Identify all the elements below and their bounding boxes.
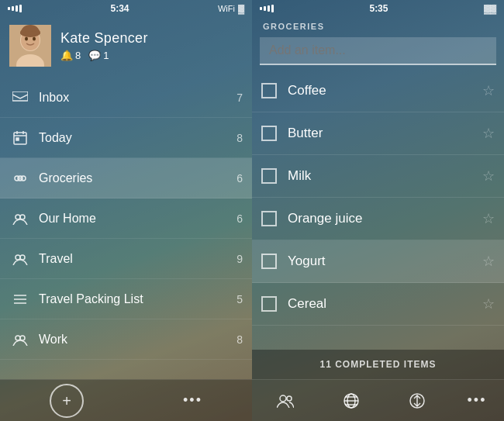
signal-bar-3 — [16, 5, 18, 12]
signal-bar-1 — [8, 7, 10, 10]
checkbox-orange-juice[interactable] — [261, 211, 277, 226]
today-label: Today — [39, 131, 236, 145]
svg-rect-12 — [16, 138, 19, 140]
grocery-label-cereal: Cereal — [288, 296, 482, 312]
grocery-label-orange-juice: Orange juice — [288, 211, 482, 226]
inbox-count: 7 — [236, 91, 243, 104]
today-icon — [9, 131, 31, 145]
star-milk[interactable]: ☆ — [482, 167, 495, 185]
checkbox-cereal[interactable] — [261, 296, 277, 312]
profile-info: Kate Spencer 🔔 8 💬 1 — [60, 30, 148, 61]
work-label: Work — [39, 333, 236, 347]
checkbox-yogurt[interactable] — [261, 254, 277, 269]
wifi-icon: WiFi — [218, 4, 235, 13]
battery-icon-left: ▓ — [238, 4, 244, 13]
sidebar-item-travel[interactable]: Travel 9 — [0, 239, 252, 279]
work-icon — [9, 333, 31, 346]
add-item-input[interactable] — [260, 37, 496, 65]
grocery-label-milk: Milk — [288, 168, 482, 184]
travel-packing-label: Travel Packing List — [39, 292, 236, 306]
more-button-left[interactable]: ••• — [183, 392, 202, 409]
signal-left — [8, 5, 22, 12]
bell-icon: 🔔 — [60, 50, 73, 61]
profile-badges: 🔔 8 💬 1 — [60, 50, 148, 61]
battery-status-icon: ▓▓ — [484, 4, 496, 13]
travel-icon — [9, 253, 31, 265]
grocery-item-milk[interactable]: Milk ☆ — [252, 155, 504, 198]
our-home-label: Our Home — [39, 212, 236, 226]
our-home-icon — [9, 212, 31, 225]
avatar — [9, 25, 51, 67]
star-butter[interactable]: ☆ — [482, 125, 495, 142]
svg-point-5 — [33, 37, 36, 41]
inbox-label: Inbox — [39, 91, 236, 105]
sidebar-item-work[interactable]: Work 8 — [0, 319, 252, 360]
svg-point-27 — [280, 395, 286, 402]
svg-point-19 — [20, 215, 25, 219]
add-button[interactable]: + — [50, 384, 84, 418]
more-button-right[interactable]: ••• — [468, 392, 487, 409]
status-bar-right: 5:35 ▓▓ — [252, 0, 504, 17]
our-home-count: 6 — [236, 212, 243, 225]
grocery-list: Coffee ☆ Butter ☆ Milk ☆ Orange juice ☆ … — [252, 70, 504, 350]
groceries-count: 6 — [236, 172, 243, 185]
message-badge: 💬 1 — [88, 50, 109, 61]
inbox-icon — [9, 91, 31, 104]
chat-icon: 💬 — [88, 50, 101, 61]
people-button[interactable] — [270, 385, 301, 416]
star-cereal[interactable]: ☆ — [482, 295, 495, 312]
travel-packing-count: 5 — [236, 293, 243, 305]
signal-right — [260, 5, 274, 12]
sidebar-item-groceries[interactable]: Groceries 6 — [0, 158, 252, 198]
star-orange-juice[interactable]: ☆ — [482, 210, 495, 227]
grocery-item-butter[interactable]: Butter ☆ — [252, 112, 504, 155]
profile-section: Kate Spencer 🔔 8 💬 1 — [0, 17, 252, 78]
today-count: 8 — [236, 132, 243, 144]
signal-bar-r2 — [264, 6, 266, 11]
grocery-item-cereal[interactable]: Cereal ☆ — [252, 283, 504, 326]
profile-name: Kate Spencer — [60, 30, 148, 47]
checkbox-butter[interactable] — [261, 126, 277, 141]
time-right: 5:35 — [369, 3, 388, 14]
list-title: GROCERIES — [252, 17, 504, 34]
status-icons-right: ▓▓ — [484, 4, 496, 13]
sidebar-item-today[interactable]: Today 8 — [0, 118, 252, 158]
star-yogurt[interactable]: ☆ — [482, 253, 495, 270]
grocery-label-yogurt: Yogurt — [288, 254, 482, 269]
travel-label: Travel — [39, 252, 236, 266]
status-bar-left: 5:34 WiFi ▓ — [0, 0, 252, 17]
sort-button[interactable] — [402, 385, 433, 416]
svg-point-21 — [20, 255, 25, 260]
grocery-item-orange-juice[interactable]: Orange juice ☆ — [252, 198, 504, 240]
bottom-bar-right: ••• — [252, 379, 504, 421]
sidebar-item-travel-packing[interactable]: Travel Packing List 5 — [0, 279, 252, 319]
add-icon: + — [62, 393, 71, 409]
signal-bar-r3 — [268, 5, 270, 12]
grocery-label-coffee: Coffee — [288, 83, 482, 98]
grocery-item-yogurt[interactable]: Yogurt ☆ — [252, 240, 504, 283]
notification-badge: 🔔 8 — [60, 50, 81, 61]
globe-button[interactable] — [336, 385, 367, 416]
svg-point-26 — [20, 336, 25, 340]
sidebar-item-inbox[interactable]: Inbox 7 — [0, 78, 252, 118]
svg-point-20 — [16, 255, 20, 260]
checkbox-milk[interactable] — [261, 168, 277, 184]
grocery-item-coffee[interactable]: Coffee ☆ — [252, 70, 504, 112]
groceries-icon — [9, 172, 31, 185]
left-panel: 5:34 WiFi ▓ Kate Spencer � — [0, 0, 252, 421]
svg-point-25 — [16, 336, 20, 340]
star-coffee[interactable]: ☆ — [482, 82, 495, 99]
signal-bar-r4 — [271, 5, 274, 12]
signal-bar-r1 — [260, 7, 262, 10]
sidebar-item-our-home[interactable]: Our Home 6 — [0, 198, 252, 239]
svg-point-28 — [287, 396, 292, 401]
nav-list: Inbox 7 Today 8 — [0, 78, 252, 379]
groceries-label: Groceries — [39, 171, 236, 185]
list-icon — [9, 293, 31, 305]
completed-items-bar[interactable]: 11 COMPLETED ITEMS — [252, 350, 504, 379]
grocery-label-butter: Butter — [288, 126, 482, 141]
bottom-bar-left: + ••• — [0, 379, 252, 421]
time-left: 5:34 — [110, 3, 129, 14]
checkbox-coffee[interactable] — [261, 83, 277, 98]
svg-point-18 — [16, 215, 20, 219]
